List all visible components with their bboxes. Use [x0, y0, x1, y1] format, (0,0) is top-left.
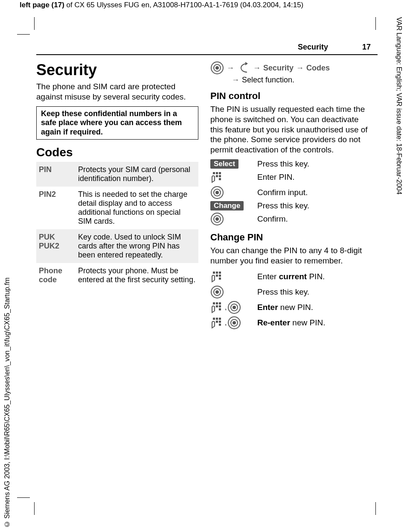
- running-head-page: 17: [362, 43, 371, 52]
- build-header: left page (17) of CX 65 Ulysses FUG en, …: [20, 1, 381, 9]
- change-pin-heading: Change PIN: [210, 232, 372, 243]
- crop-mark: [17, 497, 30, 498]
- step-text: Enter new PIN.: [257, 303, 313, 312]
- center-key-icon: [210, 61, 224, 75]
- keypad-icon: [210, 301, 224, 314]
- step-row: Confirm.: [210, 212, 372, 226]
- keypad-icon: [210, 316, 224, 330]
- keypad-icon: [210, 170, 224, 184]
- code-desc: Key code. Used to unlock SIM cards after…: [76, 229, 198, 263]
- left-column: Security The phone and SIM card are prot…: [36, 61, 198, 331]
- step-row: Enter current PIN.: [210, 270, 372, 284]
- codes-heading: Codes: [36, 146, 198, 159]
- step-text: Confirm.: [257, 214, 288, 224]
- keypad-icon: [210, 270, 224, 284]
- pin-control-body: The PIN is usually requested each time t…: [210, 104, 372, 155]
- step-row: , Enter new PIN.: [210, 301, 372, 314]
- right-column: Security Codes Select function. PIN cont…: [210, 61, 372, 331]
- var-info-right: VAR Language: English; VAR issue date: 1…: [394, 17, 403, 231]
- step-text: Enter current PIN.: [257, 272, 325, 281]
- running-head: Security 17: [36, 43, 378, 55]
- table-row: PIN2This is needed to set the charge det…: [36, 187, 198, 229]
- step-icon-cell: Select: [210, 159, 257, 169]
- code-term: PIN: [36, 162, 76, 187]
- code-desc: Protects your phone. Must be entered at …: [76, 263, 198, 288]
- center-key-icon: [210, 186, 224, 199]
- code-desc: Protects your SIM card (personal identif…: [76, 162, 198, 187]
- center-key-icon: [227, 301, 241, 314]
- step-text: Press this key.: [257, 201, 309, 210]
- nav-codes: Codes: [306, 64, 330, 73]
- arrow-icon: [232, 76, 239, 85]
- pin-control-heading: PIN control: [210, 91, 372, 102]
- notice-box: Keep these confidential numbers in a saf…: [36, 106, 198, 140]
- crop-mark: [375, 17, 376, 30]
- table-row: PUKPUK2Key code. Used to unlock SIM card…: [36, 229, 198, 263]
- intro-paragraph: The phone and SIM card are protected aga…: [36, 82, 198, 102]
- menu-path-line2: Select function.: [210, 76, 372, 85]
- center-key-icon: [210, 285, 224, 299]
- arrow-icon: [227, 64, 234, 73]
- step-icon-cell: [210, 212, 257, 226]
- back-menu-icon: [237, 61, 250, 75]
- menu-path: Security Codes: [210, 61, 372, 75]
- change-pin-steps: Enter current PIN.Press this key., Enter…: [210, 270, 372, 330]
- step-text: Press this key.: [257, 159, 309, 169]
- change-pin-body: You can change the PIN to any 4 to 8-dig…: [210, 246, 372, 266]
- step-row: SelectPress this key.: [210, 159, 372, 169]
- step-text: Enter PIN.: [257, 172, 295, 182]
- step-icon-cell: Change: [210, 201, 257, 210]
- running-head-section: Security: [298, 43, 328, 52]
- step-row: Confirm input.: [210, 186, 372, 199]
- pin-control-steps: SelectPress this key.Enter PIN.Confirm i…: [210, 159, 372, 226]
- step-icon-cell: ,: [210, 301, 257, 314]
- crop-mark: [34, 502, 35, 515]
- step-icon-cell: [210, 270, 257, 284]
- nav-security: Security: [263, 64, 294, 73]
- center-key-icon: [210, 212, 224, 226]
- codes-table: PINProtects your SIM card (personal iden…: [36, 162, 198, 288]
- table-row: PhonecodeProtects your phone. Must be en…: [36, 263, 198, 288]
- step-row: , Re-enter new PIN.: [210, 316, 372, 330]
- code-term: PIN2: [36, 187, 76, 229]
- table-row: PINProtects your SIM card (personal iden…: [36, 162, 198, 187]
- step-row: Press this key.: [210, 285, 372, 299]
- nav-select-function: Select function.: [242, 76, 294, 85]
- step-text: Confirm input.: [257, 188, 308, 197]
- step-text: Re-enter new PIN.: [257, 318, 325, 327]
- chapter-title: Security: [36, 61, 198, 79]
- step-icon-cell: ,: [210, 316, 257, 330]
- center-key-icon: [227, 316, 241, 330]
- code-desc: This is needed to set the charge detail …: [76, 187, 198, 229]
- code-term: Phonecode: [36, 263, 76, 288]
- arrow-icon: [253, 64, 261, 73]
- step-row: Enter PIN.: [210, 170, 372, 184]
- softkey-label: Change: [210, 201, 244, 210]
- step-row: ChangePress this key.: [210, 201, 372, 210]
- arrow-icon: [296, 64, 304, 73]
- softkey-label: Select: [210, 159, 238, 169]
- code-term: PUKPUK2: [36, 229, 76, 263]
- step-text: Press this key.: [257, 287, 309, 297]
- crop-mark: [375, 502, 376, 515]
- step-icon-cell: [210, 186, 257, 199]
- copyright-path-left: © Siemens AG 2003, I:\Mobil\R65\CX65_Uly…: [3, 278, 12, 528]
- crop-mark: [17, 34, 30, 35]
- step-icon-cell: [210, 170, 257, 184]
- crop-mark: [34, 17, 35, 30]
- step-icon-cell: [210, 285, 257, 299]
